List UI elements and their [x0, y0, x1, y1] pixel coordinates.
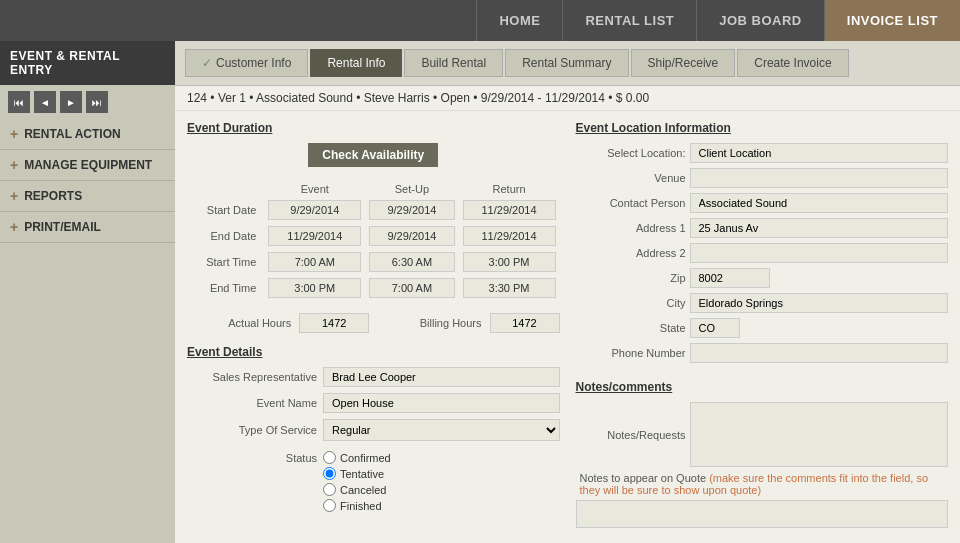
- tab-rental-info[interactable]: Rental Info: [310, 49, 402, 77]
- end-time-event[interactable]: 3:00 PM: [268, 278, 361, 298]
- nav-home[interactable]: HOME: [476, 0, 562, 41]
- address2-label: Address 2: [576, 247, 686, 259]
- state-input[interactable]: [690, 318, 740, 338]
- sidebar-item-label: PRINT/EMAIL: [24, 220, 101, 234]
- nav-last-btn[interactable]: ⏭: [86, 91, 108, 113]
- end-time-label: End Time: [187, 275, 264, 301]
- state-row: State: [576, 318, 949, 338]
- end-time-setup[interactable]: 7:00 AM: [369, 278, 454, 298]
- location-select-row: Select Location:: [576, 143, 949, 163]
- table-row: Start Date 9/29/2014 9/29/2014 11/29/201…: [187, 197, 560, 223]
- col-return: Return: [459, 181, 560, 197]
- event-location-title: Event Location Information: [576, 121, 949, 135]
- start-date-setup[interactable]: 9/29/2014: [369, 200, 454, 220]
- contact-person-input[interactable]: [690, 193, 949, 213]
- status-section: Status Confirmed Tentative: [187, 451, 560, 515]
- tab-rental-summary[interactable]: Rental Summary: [505, 49, 628, 77]
- start-time-setup[interactable]: 6:30 AM: [369, 252, 454, 272]
- actual-hours-input[interactable]: [299, 313, 369, 333]
- sidebar: EVENT & RENTAL ENTRY ⏮ ◄ ► ⏭ + RENTAL AC…: [0, 41, 175, 543]
- status-tentative[interactable]: Tentative: [323, 467, 384, 480]
- status-row-canceled: Canceled: [187, 483, 560, 496]
- plus-icon: +: [10, 126, 18, 142]
- notes-requests-label: Notes/Requests: [576, 429, 686, 441]
- notes-quote-textarea[interactable]: [576, 500, 949, 528]
- end-date-setup[interactable]: 9/29/2014: [369, 226, 454, 246]
- billing-hours-input[interactable]: [490, 313, 560, 333]
- location-select-label: Select Location:: [576, 147, 686, 159]
- sidebar-item-label: MANAGE EQUIPMENT: [24, 158, 152, 172]
- address1-row: Address 1: [576, 218, 949, 238]
- checkmark-icon: ✓: [202, 56, 212, 70]
- type-of-service-label: Type Of Service: [187, 424, 317, 436]
- billing-hours-label: Billing Hours: [377, 317, 481, 329]
- nav-prev-btn[interactable]: ◄: [34, 91, 56, 113]
- col-setup: Set-Up: [365, 181, 458, 197]
- start-time-return[interactable]: 3:00 PM: [463, 252, 556, 272]
- status-canceled[interactable]: Canceled: [323, 483, 386, 496]
- city-input[interactable]: [690, 293, 949, 313]
- tab-create-invoice[interactable]: Create Invoice: [737, 49, 848, 77]
- address2-input[interactable]: [690, 243, 949, 263]
- nav-next-btn[interactable]: ►: [60, 91, 82, 113]
- sidebar-item-label: REPORTS: [24, 189, 82, 203]
- zip-input[interactable]: [690, 268, 770, 288]
- nav-invoice-list[interactable]: INVOICE LIST: [824, 0, 960, 41]
- city-label: City: [576, 297, 686, 309]
- event-details-title: Event Details: [187, 345, 560, 359]
- venue-input[interactable]: [690, 168, 949, 188]
- sidebar-item-reports[interactable]: + REPORTS: [0, 181, 175, 212]
- form-content: Event Duration Check Availability Event …: [175, 111, 960, 543]
- nav-job-board[interactable]: JOB BOARD: [696, 0, 824, 41]
- breadcrumb: 124 • Ver 1 • Associated Sound • Steve H…: [175, 86, 960, 111]
- type-of-service-row: Type Of Service Regular Premium Standard: [187, 419, 560, 441]
- status-row-confirmed: Status Confirmed: [187, 451, 560, 464]
- workflow-tabs: ✓ Customer Info Rental Info Build Rental…: [175, 41, 960, 86]
- end-time-return[interactable]: 3:30 PM: [463, 278, 556, 298]
- tab-customer-info[interactable]: ✓ Customer Info: [185, 49, 308, 77]
- address1-label: Address 1: [576, 222, 686, 234]
- event-duration-title: Event Duration: [187, 121, 560, 135]
- sidebar-item-manage-equipment[interactable]: + MANAGE EQUIPMENT: [0, 150, 175, 181]
- sidebar-item-label: RENTAL ACTION: [24, 127, 120, 141]
- sidebar-item-print-email[interactable]: + PRINT/EMAIL: [0, 212, 175, 243]
- address1-input[interactable]: [690, 218, 949, 238]
- form-left: Event Duration Check Availability Event …: [187, 121, 560, 533]
- sidebar-item-rental-action[interactable]: + RENTAL ACTION: [0, 119, 175, 150]
- check-availability-button[interactable]: Check Availability: [308, 143, 438, 167]
- plus-icon: +: [10, 157, 18, 173]
- sales-rep-input[interactable]: [323, 367, 560, 387]
- notes-requests-textarea[interactable]: [690, 402, 949, 467]
- contact-person-label: Contact Person: [576, 197, 686, 209]
- address2-row: Address 2: [576, 243, 949, 263]
- sidebar-nav-controls: ⏮ ◄ ► ⏭: [0, 85, 175, 119]
- hours-row: Actual Hours Billing Hours: [187, 313, 560, 333]
- actual-hours-label: Actual Hours: [187, 317, 291, 329]
- nav-rental-list[interactable]: RENTAL LIST: [562, 0, 696, 41]
- start-date-label: Start Date: [187, 197, 264, 223]
- duration-table: Event Set-Up Return Start Date 9/29/2014…: [187, 181, 560, 301]
- state-label: State: [576, 322, 686, 334]
- location-select-input[interactable]: [690, 143, 949, 163]
- event-name-input[interactable]: [323, 393, 560, 413]
- sidebar-title: EVENT & RENTAL ENTRY: [0, 41, 175, 85]
- sales-rep-row: Sales Representative: [187, 367, 560, 387]
- start-date-event[interactable]: 9/29/2014: [268, 200, 361, 220]
- status-finished[interactable]: Finished: [323, 499, 382, 512]
- status-confirmed[interactable]: Confirmed: [323, 451, 391, 464]
- end-date-return[interactable]: 11/29/2014: [463, 226, 556, 246]
- zip-row: Zip: [576, 268, 949, 288]
- status-label: Status: [187, 452, 317, 464]
- nav-first-btn[interactable]: ⏮: [8, 91, 30, 113]
- end-date-event[interactable]: 11/29/2014: [268, 226, 361, 246]
- start-date-return[interactable]: 11/29/2014: [463, 200, 556, 220]
- phone-input[interactable]: [690, 343, 949, 363]
- status-row-tentative: Tentative: [187, 467, 560, 480]
- type-of-service-select[interactable]: Regular Premium Standard: [323, 419, 560, 441]
- start-time-event[interactable]: 7:00 AM: [268, 252, 361, 272]
- phone-row: Phone Number: [576, 343, 949, 363]
- plus-icon: +: [10, 188, 18, 204]
- tab-build-rental[interactable]: Build Rental: [404, 49, 503, 77]
- notes-title: Notes/comments: [576, 380, 949, 394]
- tab-ship-receive[interactable]: Ship/Receive: [631, 49, 736, 77]
